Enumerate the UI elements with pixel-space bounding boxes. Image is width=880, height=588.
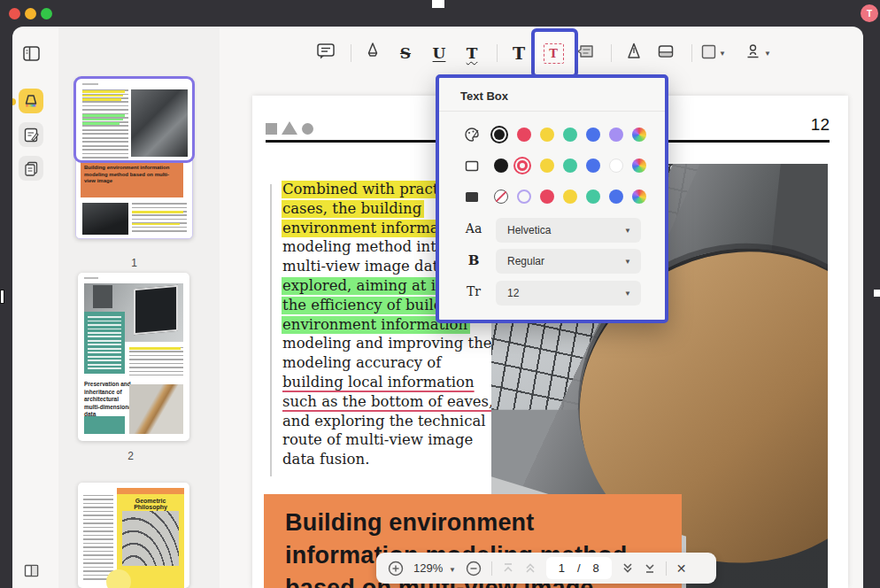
active-tool-indicator xyxy=(12,98,16,105)
edit-pdf-mode-button[interactable] xyxy=(19,122,43,147)
comment-mode-button[interactable] xyxy=(19,89,43,113)
strikethrough-icon: S xyxy=(400,44,411,62)
mini-teal-block xyxy=(84,312,125,374)
document-text-line[interactable]: route of multi-view image xyxy=(282,431,494,451)
text-color-swatch-#1b1b1b[interactable] xyxy=(494,129,505,140)
divider xyxy=(666,561,667,576)
border-color-swatch-#4a72ea[interactable] xyxy=(586,159,600,173)
chevron-down-icon: ▼ xyxy=(624,227,631,235)
current-page-input[interactable]: 1 xyxy=(559,561,565,575)
text-color-swatch-#f5d43c[interactable] xyxy=(540,128,554,142)
page-thumbnail-1[interactable]: Building environment information modelin… xyxy=(75,78,193,239)
screen: T xyxy=(0,0,880,588)
fill-color-swatch-none[interactable] xyxy=(494,190,508,204)
mini-text-column xyxy=(129,347,183,375)
text-box-button[interactable]: T xyxy=(541,41,566,66)
eraser-button[interactable] xyxy=(653,41,678,66)
thumbnail-panel: Building environment information modelin… xyxy=(58,27,220,588)
fill-color-swatch-outline[interactable] xyxy=(517,190,531,204)
chevron-down-icon: ▼ xyxy=(719,50,726,58)
previous-page-button[interactable] xyxy=(524,562,536,574)
close-window-button[interactable] xyxy=(9,8,20,19)
document-text-line[interactable]: building local information xyxy=(282,374,494,393)
border-color-swatch-#f5d43c[interactable] xyxy=(540,159,554,173)
account-avatar[interactable]: T xyxy=(861,4,878,22)
document-text-line[interactable]: modeling accuracy of xyxy=(282,354,494,374)
fill-color-swatch-#f5d43c[interactable] xyxy=(563,190,577,204)
border-color-swatch-#e8455f[interactable] xyxy=(517,160,528,171)
fill-color-swatch-#e8455f[interactable] xyxy=(540,190,554,204)
underline-button[interactable]: U xyxy=(427,41,452,66)
fill-color-swatch-wheel[interactable] xyxy=(632,190,646,204)
document-text-line[interactable]: and exploring the technical xyxy=(282,413,494,432)
border-color-swatch-#ffffff[interactable] xyxy=(609,159,623,173)
document-text-line[interactable]: data fusion. xyxy=(282,451,494,470)
next-page-button[interactable] xyxy=(621,562,634,574)
stamp-button[interactable]: ▼ xyxy=(745,41,770,66)
font-style-dropdown[interactable]: Regular ▼ xyxy=(496,249,641,274)
circle-glyph xyxy=(302,123,313,135)
mini-banner-title: Building environment information modelin… xyxy=(81,162,183,197)
mini-text-column xyxy=(82,89,128,160)
pencil-icon xyxy=(625,42,643,65)
font-family-dropdown[interactable]: Helvetica ▼ xyxy=(496,218,641,243)
close-toolbar-button[interactable]: ✕ xyxy=(676,561,687,576)
border-color-swatch-#1b1b1b[interactable] xyxy=(494,159,508,173)
zoom-level-dropdown[interactable]: 129% ▼ xyxy=(413,561,456,575)
text-color-swatch-#e8455f[interactable] xyxy=(517,128,531,142)
text-color-swatch-#4a72ea[interactable] xyxy=(586,128,600,142)
last-page-button[interactable] xyxy=(644,562,656,574)
mini-title-2: Preservation and inheritance of architec… xyxy=(84,381,135,419)
page-divider: / xyxy=(577,561,581,575)
callout-icon xyxy=(575,43,595,64)
eraser-icon xyxy=(657,43,675,64)
border-color-swatch-wheel[interactable] xyxy=(632,159,646,173)
comment-icon xyxy=(316,43,336,64)
banner-line-1: Building environment xyxy=(285,507,682,539)
mini-header xyxy=(84,277,98,279)
screen-edge-marker-right xyxy=(874,290,880,297)
border-color-swatch-#45c8a0[interactable] xyxy=(563,159,577,173)
organize-pages-button[interactable] xyxy=(19,156,43,181)
highlighter-button[interactable] xyxy=(360,41,385,66)
zoom-out-button[interactable] xyxy=(466,561,482,576)
two-page-view-button[interactable] xyxy=(19,558,43,583)
edit-note-icon xyxy=(24,128,39,143)
marker-icon xyxy=(23,93,39,109)
pencil-button[interactable] xyxy=(621,41,646,66)
font-family-value: Helvetica xyxy=(507,224,551,236)
squiggly-underline-button[interactable]: T xyxy=(459,41,484,66)
shapes-button[interactable]: ▼ xyxy=(701,41,726,66)
document-text-line[interactable]: modeling and improving the xyxy=(282,335,494,354)
text-color-swatch-#a58ff2[interactable] xyxy=(609,128,623,142)
document-text-line[interactable]: such as the bottom of eaves, xyxy=(282,393,494,413)
comment-button[interactable] xyxy=(313,41,338,66)
fill-color-swatch-#45c8a0[interactable] xyxy=(586,190,600,204)
mini-text-column xyxy=(132,203,187,235)
zoom-in-button[interactable] xyxy=(388,561,404,576)
text-box-icon: T xyxy=(544,43,564,64)
font-size-dropdown[interactable]: 12 ▼ xyxy=(496,281,641,306)
chevron-down-icon: ▼ xyxy=(624,258,631,266)
mini-header xyxy=(82,83,98,85)
typewriter-text-button[interactable]: T xyxy=(506,41,531,66)
strikethrough-button[interactable]: S xyxy=(393,41,418,66)
minimize-window-button[interactable] xyxy=(25,8,36,19)
text-color-swatch-wheel[interactable] xyxy=(632,128,646,142)
page-thumbnail-2[interactable]: Preservation and inheritance of architec… xyxy=(78,273,189,441)
toolbar-divider xyxy=(611,44,612,62)
text-color-row xyxy=(439,127,665,143)
page-number-box[interactable]: 1 / 8 xyxy=(546,557,612,579)
page-number: 12 xyxy=(784,115,830,135)
sidebar-toggle-button[interactable] xyxy=(19,41,43,66)
text-color-swatch-#45c8a0[interactable] xyxy=(563,128,577,142)
square-glyph xyxy=(266,123,277,135)
fill-color-swatch-#4a72ea[interactable] xyxy=(609,190,623,204)
column-rule xyxy=(270,184,272,476)
mini-photo-pencil xyxy=(129,384,183,434)
zoom-window-button[interactable] xyxy=(41,8,52,19)
first-page-button[interactable] xyxy=(502,562,514,574)
page-thumbnail-3[interactable]: Geometric Philosophy xyxy=(78,483,189,588)
text-cursor-artifact xyxy=(432,0,444,8)
font-style-label: B xyxy=(462,252,485,268)
